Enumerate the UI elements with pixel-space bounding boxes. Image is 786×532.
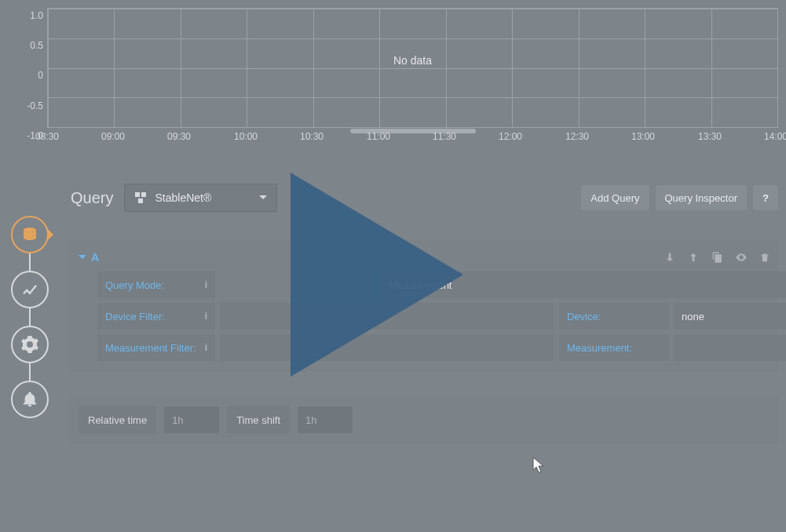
eye-icon[interactable] [734, 251, 748, 264]
trash-icon[interactable] [759, 251, 770, 264]
y-tick: 0.5 [30, 40, 43, 51]
help-button[interactable]: ? [753, 185, 778, 210]
datasource-name: StableNet® [155, 191, 211, 204]
info-icon[interactable]: i [205, 311, 207, 322]
chevron-down-icon [259, 195, 267, 203]
x-tick: 12:30 [565, 131, 589, 142]
editor-title: Query [71, 189, 113, 207]
x-tick: 10:00 [234, 131, 258, 142]
query-mode-label: Query Mode:i [97, 271, 215, 298]
time-shift-input[interactable] [298, 406, 353, 433]
y-tick: -0.5 [27, 100, 43, 111]
svg-rect-1 [135, 192, 140, 197]
svg-rect-2 [141, 192, 146, 197]
time-options-row: Relative time Time shift [71, 395, 778, 444]
x-tick: 13:30 [698, 131, 722, 142]
x-tick: 09:00 [101, 131, 125, 142]
datasource-icon [134, 191, 147, 204]
rail-step-visualization[interactable] [11, 271, 49, 308]
time-shift-label: Time shift [227, 406, 290, 433]
move-up-icon[interactable] [687, 251, 700, 264]
x-tick: 13:00 [631, 131, 655, 142]
datasource-picker[interactable]: StableNet® [124, 184, 277, 212]
bell-icon [21, 391, 38, 408]
svg-point-0 [24, 228, 36, 232]
x-tick: 09:30 [167, 131, 191, 142]
x-tick: 11:30 [433, 131, 456, 142]
chart-plot-area: No data [47, 8, 778, 128]
y-tick: 0 [38, 70, 43, 81]
relative-time-input[interactable] [164, 406, 219, 433]
svg-rect-3 [138, 199, 143, 203]
empty-chart-panel: No data 1.0 0.5 0 -0.5 -1.0 08:30 09:00 … [0, 8, 786, 145]
relative-time-label: Relative time [79, 406, 156, 433]
rail-step-general[interactable] [11, 326, 49, 363]
device-filter-label: Device Filter:i [97, 303, 215, 330]
x-tick: 10:30 [300, 131, 324, 142]
device-label: Device: [559, 303, 669, 330]
measurement-label: Measurement: [559, 334, 669, 361]
chart-no-data-text: No data [393, 54, 432, 67]
chart-icon [20, 280, 39, 299]
chevron-down-icon [79, 255, 86, 263]
gear-icon [20, 335, 39, 354]
x-tick: 08:30 [35, 131, 59, 142]
editor-side-rail [8, 216, 52, 435]
query-inspector-button[interactable]: Query Inspector [656, 185, 748, 210]
measurement-filter-label: Measurement Filter:i [97, 334, 215, 361]
move-down-icon[interactable] [664, 251, 676, 264]
info-icon[interactable]: i [205, 342, 207, 353]
add-query-button[interactable]: Add Query [581, 185, 649, 210]
y-tick: 1.0 [30, 10, 43, 21]
rail-step-queries[interactable] [11, 216, 49, 253]
device-dropdown[interactable]: none [674, 303, 786, 330]
x-tick: 12:00 [499, 131, 522, 142]
database-icon [20, 225, 39, 244]
query-letter: A [91, 251, 99, 264]
duplicate-icon[interactable] [711, 251, 723, 264]
video-play-overlay-icon[interactable] [291, 173, 463, 377]
x-tick: 14:00 [764, 131, 786, 142]
rail-step-alert[interactable] [11, 381, 49, 418]
info-icon[interactable]: i [205, 279, 207, 290]
x-tick: 11:00 [367, 131, 390, 142]
measurement-dropdown[interactable] [674, 334, 786, 361]
